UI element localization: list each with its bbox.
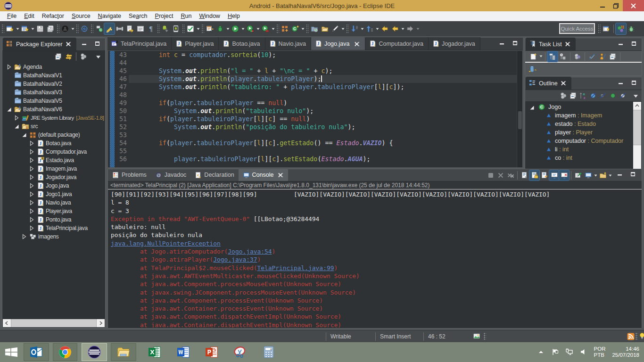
focus-workweek-icon[interactable]	[597, 51, 608, 62]
tree-item-batalhanavalv3[interactable]: BatalhaNavalV3	[2, 88, 105, 97]
editor-tab-jogador-java[interactable]: JJogador.java	[429, 37, 480, 50]
editor-tab-jogo-java[interactable]: JJogo.java	[311, 37, 366, 50]
tree-expanded-icon[interactable]	[14, 123, 19, 129]
tab-package-explorer[interactable]: Package Explorer	[3, 38, 76, 50]
close-view-icon[interactable]	[564, 41, 572, 48]
forward-icon[interactable]	[405, 23, 415, 34]
taskbar-word[interactable]	[173, 343, 194, 361]
taskbar-chrome[interactable]	[53, 343, 77, 361]
show-stderr-icon[interactable]	[559, 170, 569, 181]
tree-collapsed-icon[interactable]	[14, 115, 19, 121]
tree-expanded-icon[interactable]	[6, 107, 12, 112]
close-tab-icon[interactable]	[277, 172, 284, 178]
maximize-editor-icon[interactable]	[512, 41, 520, 48]
menu-source[interactable]: Source	[68, 12, 94, 20]
console-link[interactable]: Jogo.java:37	[213, 256, 257, 263]
dropdown-chevron-icon[interactable]	[70, 23, 75, 34]
maximize-view-icon[interactable]	[630, 172, 638, 179]
code-editor[interactable]: 4344454647484950515253545556 int c = com…	[108, 51, 522, 167]
menu-navigate[interactable]: Navigate	[94, 12, 125, 20]
tree-item-batalhanavalv5[interactable]: BatalhaNavalV5	[2, 97, 105, 105]
editor-tab-telaprincipal-java[interactable]: TelaPrincipal.java	[107, 37, 172, 50]
open-type-icon[interactable]	[320, 23, 330, 34]
menu-refactor[interactable]: Refactor	[38, 12, 68, 20]
flag-icon[interactable]	[552, 348, 559, 356]
maximize-view-icon[interactable]	[631, 80, 639, 88]
tree-item--default-package-[interactable]: (default package)	[2, 131, 105, 139]
tree-expanded-icon[interactable]	[21, 132, 27, 138]
console-tab-problems[interactable]: Problems	[108, 169, 151, 181]
editor-tab-computador-java[interactable]: JComputador.java	[365, 37, 429, 50]
tree-item-agenda[interactable]: JAgenda	[2, 63, 105, 71]
link-with-editor-button[interactable]	[64, 52, 74, 61]
tree-collapsed-icon[interactable]	[6, 64, 12, 70]
next-annotation-icon[interactable]	[349, 23, 360, 34]
tree-item-telaprincipal-java[interactable]: JTelaPrincipal.java	[2, 224, 105, 232]
prev-annotation-icon[interactable]	[364, 23, 375, 34]
pilcrow-icon[interactable]: ¶	[146, 23, 156, 34]
hide-completed-icon[interactable]	[587, 51, 597, 62]
debug-icon[interactable]	[215, 23, 225, 34]
tree-item-batalhanavalv6[interactable]: JBatalhaNavalV6	[2, 105, 105, 114]
tree-item-imagens[interactable]: imagens	[2, 232, 105, 241]
overview-ruler[interactable]	[517, 51, 522, 167]
tree-item-navio-java[interactable]: JNavio.java	[2, 198, 105, 207]
tab-task-list[interactable]: Task List	[526, 38, 576, 50]
tree-expanded-icon[interactable]	[529, 105, 535, 110]
pin-console-icon[interactable]	[573, 170, 583, 181]
clear-console-icon[interactable]	[520, 170, 529, 181]
dropdown-chevron-icon[interactable]	[225, 23, 230, 34]
skip-breakpoints-icon[interactable]	[79, 23, 90, 34]
menu-search[interactable]: Search	[125, 12, 151, 20]
categorized-icon[interactable]	[547, 51, 558, 62]
menu-edit[interactable]: Edit	[20, 12, 38, 20]
close-view-icon[interactable]	[65, 41, 73, 48]
references-icon[interactable]	[125, 23, 135, 34]
remove-all-icon[interactable]	[505, 170, 515, 181]
menu-file[interactable]: File	[3, 12, 20, 20]
console-link[interactable]: TelaPrincipal.java:99	[257, 264, 334, 272]
junit-icon[interactable]	[280, 23, 290, 34]
tree-collapsed-icon[interactable]	[21, 234, 27, 239]
taskbar-calculator[interactable]: 0	[258, 343, 280, 361]
menu-run[interactable]: Run	[177, 12, 195, 20]
tree-collapsed-icon[interactable]	[29, 149, 34, 155]
tree-collapsed-icon[interactable]	[29, 200, 34, 206]
tree-collapsed-icon[interactable]	[29, 191, 34, 197]
close-view-icon[interactable]	[560, 80, 568, 87]
android-sdk-icon[interactable]	[171, 23, 181, 34]
tree-item-jogo1-java[interactable]: JJogo1.java	[2, 190, 105, 198]
android-avd-icon[interactable]	[160, 23, 171, 34]
lint-icon[interactable]	[115, 23, 125, 34]
taskbar-file-explorer[interactable]	[111, 343, 136, 361]
minimize-view-icon[interactable]	[82, 41, 89, 49]
quick-access-box[interactable]: Quick Access	[559, 23, 595, 34]
editor-tab-botao-java[interactable]: JBotao.java	[219, 37, 265, 50]
tree-collapsed-icon[interactable]	[29, 217, 34, 222]
back-icon[interactable]	[390, 23, 400, 34]
menu-window[interactable]: Window	[195, 12, 223, 20]
dropdown-chevron-icon[interactable]	[30, 23, 35, 34]
editor-tab-navio-java[interactable]: JNavio.java	[265, 37, 311, 50]
minimize-view-icon[interactable]	[618, 80, 626, 88]
taskbar-outlook[interactable]	[24, 343, 49, 361]
dropdown-chevron-icon[interactable]	[271, 23, 275, 34]
menu-help[interactable]: Help	[224, 12, 244, 20]
console-link[interactable]: java.lang.NullPointerException	[111, 240, 221, 247]
run-history-icon[interactable]	[245, 23, 256, 34]
hide-local-icon[interactable]	[618, 91, 627, 101]
dropdown-chevron-icon[interactable]	[340, 23, 345, 34]
marker-icon[interactable]	[330, 23, 340, 34]
save-all-icon[interactable]	[45, 23, 56, 34]
new-menu-icon[interactable]	[20, 23, 30, 34]
taskbar-snipping-tool[interactable]	[229, 343, 251, 361]
speaker-icon[interactable]	[580, 348, 587, 356]
minimize-view-icon[interactable]	[617, 172, 625, 179]
close-button[interactable]	[623, 0, 644, 11]
tree-collapsed-icon[interactable]	[29, 174, 34, 180]
whats-new-icon[interactable]	[473, 332, 480, 340]
dropdown-chevron-icon[interactable]	[300, 23, 305, 34]
tree-item-batalhanavalv2[interactable]: BatalhaNavalV2	[2, 80, 105, 88]
network-icon[interactable]	[566, 348, 573, 356]
scheduled-icon[interactable]	[558, 51, 568, 62]
